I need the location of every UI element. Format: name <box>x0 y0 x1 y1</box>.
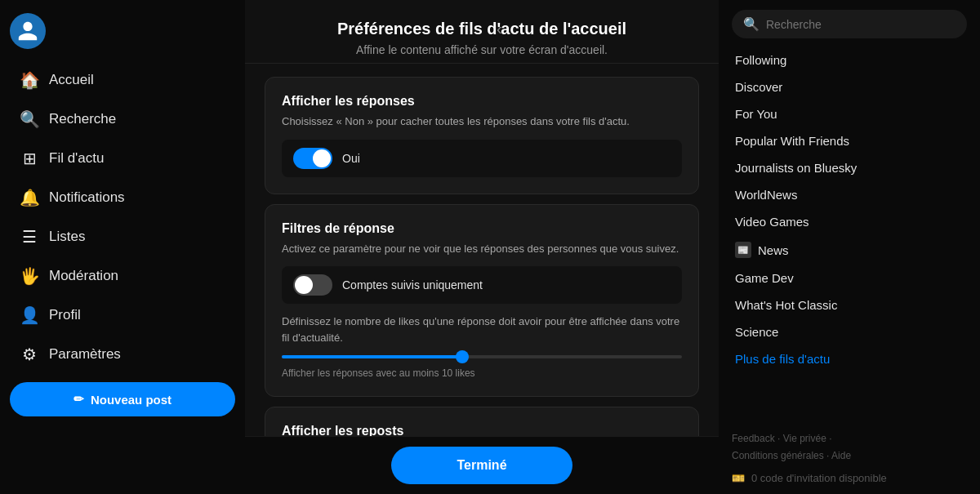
sidebar-item-notifications[interactable]: 🔔 Notifications <box>10 180 235 216</box>
reply-filters-title: Filtres de réponse <box>282 221 682 236</box>
sidebar-item-home[interactable]: 🏠 Accueil <box>10 62 235 98</box>
search-input[interactable] <box>766 18 956 31</box>
sidebar-item-settings[interactable]: ⚙ Paramètres <box>10 336 235 372</box>
show-replies-toggle-row: Oui <box>282 140 682 177</box>
page-subtitle: Affine le contenu affiché sur votre écra… <box>271 43 693 56</box>
page-header: Préférences de fils d'actu de l'accueil … <box>245 0 719 64</box>
slider-value-label: Afficher les réponses avec au moins 10 l… <box>282 367 475 379</box>
right-nav-video-games[interactable]: Video Games <box>732 210 967 234</box>
sidebar-item-search[interactable]: 🔍 Recherche <box>10 101 235 137</box>
sidebar-item-feed[interactable]: ⊞ Fil d'actu <box>10 140 235 176</box>
terms-link[interactable]: Conditions générales <box>732 450 824 461</box>
show-reposts-title: Afficher les reposts <box>282 424 682 436</box>
avatar[interactable] <box>10 13 46 49</box>
show-replies-card: Afficher les réponses Choisissez « Non »… <box>265 77 699 194</box>
right-nav-more-feeds[interactable]: Plus de fils d'actu <box>732 347 967 371</box>
reply-filters-toggle-row: Comptes suivis uniquement <box>282 266 682 304</box>
reply-filters-desc: Activez ce paramètre pour ne voir que le… <box>282 241 682 257</box>
reply-filters-card: Filtres de réponse Activez ce paramètre … <box>265 204 699 398</box>
edit-icon: ✏ <box>74 392 84 407</box>
main-wrapper: ‹ Préférences de fils d'actu de l'accuei… <box>245 0 719 494</box>
right-nav-popular-friends[interactable]: Popular With Friends <box>732 129 967 153</box>
done-button[interactable]: Terminé <box>391 447 572 484</box>
right-sidebar: 🔍 Following Discover For You Popular Wit… <box>719 0 980 494</box>
likes-slider-container: Définissez le nombre de likes qu'une rép… <box>282 314 682 380</box>
show-replies-desc: Choisissez « Non » pour cacher toutes le… <box>282 113 682 130</box>
right-nav-news[interactable]: 📰 News <box>732 237 967 263</box>
show-reposts-card: Afficher les reposts Choisissez « Non » … <box>265 407 699 436</box>
privacy-link[interactable]: Vie privée <box>783 433 826 444</box>
settings-list: Afficher les réponses Choisissez « Non »… <box>245 64 719 436</box>
slider-desc: Définissez le nombre de likes qu'une rép… <box>282 314 682 345</box>
reply-filters-toggle[interactable] <box>293 274 332 296</box>
slider-fill <box>282 355 462 358</box>
show-replies-toggle-label: Oui <box>342 152 360 165</box>
toggle-knob <box>313 149 331 167</box>
news-icon: 📰 <box>735 242 751 258</box>
search-icon-right: 🔍 <box>743 16 760 32</box>
likes-slider-track[interactable] <box>282 355 682 358</box>
footer-bar: Terminé <box>245 436 719 494</box>
gear-icon: ⚙ <box>20 345 39 364</box>
search-bar[interactable]: 🔍 <box>732 10 967 38</box>
search-icon: 🔍 <box>20 109 39 129</box>
right-nav-game-dev[interactable]: Game Dev <box>732 266 967 290</box>
show-replies-toggle[interactable] <box>293 148 332 169</box>
sidebar-item-profile[interactable]: 👤 Profil <box>10 297 235 333</box>
left-sidebar: 🏠 Accueil 🔍 Recherche ⊞ Fil d'actu 🔔 Not… <box>0 0 245 494</box>
invite-row: 🎫 0 code d'invitation disponible <box>732 472 967 484</box>
sidebar-item-lists[interactable]: ☰ Listes <box>10 219 235 255</box>
ticket-icon: 🎫 <box>732 472 745 484</box>
new-post-button[interactable]: ✏ Nouveau post <box>10 382 235 416</box>
right-nav-science[interactable]: Science <box>732 320 967 344</box>
right-nav-worldnews[interactable]: WorldNews <box>732 183 967 207</box>
right-nav-for-you[interactable]: For You <box>732 102 967 126</box>
profile-icon: 👤 <box>20 305 39 325</box>
list-icon: ☰ <box>20 227 39 247</box>
page-title: Préférences de fils d'actu de l'accueil <box>271 20 693 38</box>
right-nav-journalists[interactable]: Journalists on Bluesky <box>732 156 967 180</box>
right-nav-whats-hot[interactable]: What's Hot Classic <box>732 293 967 317</box>
bell-icon: 🔔 <box>20 188 39 207</box>
invite-label: 0 code d'invitation disponible <box>751 472 887 484</box>
reply-filters-toggle-label: Comptes suivis uniquement <box>342 278 483 292</box>
right-footer: Feedback · Vie privée · Conditions génér… <box>732 421 967 484</box>
show-replies-title: Afficher les réponses <box>282 94 682 109</box>
feed-icon: ⊞ <box>20 149 39 168</box>
right-nav-discover[interactable]: Discover <box>732 75 967 99</box>
help-link[interactable]: Aide <box>831 450 851 461</box>
toggle-knob-2 <box>295 276 313 294</box>
slider-thumb <box>456 350 469 363</box>
home-icon: 🏠 <box>20 70 39 90</box>
back-button[interactable]: ‹ <box>490 16 509 42</box>
right-nav-following[interactable]: Following <box>732 48 967 72</box>
main-panel: Préférences de fils d'actu de l'accueil … <box>245 0 719 494</box>
moderation-icon: 🖐 <box>20 266 39 286</box>
sidebar-item-moderation[interactable]: 🖐 Modération <box>10 258 235 294</box>
feedback-link[interactable]: Feedback <box>732 433 775 444</box>
footer-links: Feedback · Vie privée · Conditions génér… <box>732 430 967 465</box>
